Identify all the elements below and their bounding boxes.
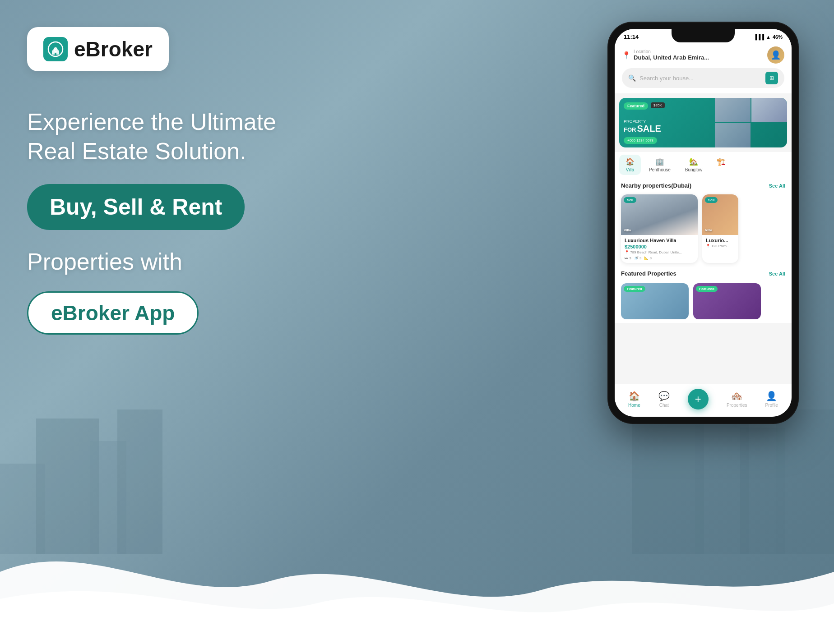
chat-nav-label: Chat: [659, 403, 669, 408]
location-pin-icon: 📍: [622, 51, 631, 60]
property-card-2-image: Sell Villa: [702, 194, 738, 235]
banner-call[interactable]: +000 1234 5678: [624, 137, 657, 144]
wifi-icon: ▲: [766, 34, 771, 40]
home-nav-label: Home: [628, 403, 640, 408]
property-type-more[interactable]: 🏗️: [710, 155, 732, 175]
search-bar[interactable]: 🔍 Search your house... ⊞: [622, 68, 784, 88]
status-icons: ▐▐▐ ▲ 46%: [754, 34, 783, 40]
penthouse-label: Penthouse: [649, 167, 671, 172]
property-address-2: 📍 123 Palm...: [706, 244, 735, 248]
phone-frame: 11:14 ▐▐▐ ▲ 46% 📍 Location Dubai, United…: [608, 23, 798, 423]
user-avatar[interactable]: 👤: [767, 46, 784, 64]
nav-add-button[interactable]: +: [688, 389, 709, 409]
nav-chat[interactable]: 💬 Chat: [658, 391, 670, 408]
banner-img-1: [715, 98, 751, 122]
banner-featured-badge: Featured: [624, 102, 648, 110]
banner-for-label: FOR: [624, 126, 636, 133]
penthouse-icon: 🏢: [655, 157, 664, 166]
property-card-2-body: Luxurio... 📍 123 Palm...: [702, 235, 738, 253]
nav-properties[interactable]: 🏘️ Properties: [727, 391, 747, 408]
banner-sale-label: SALE: [637, 124, 661, 134]
featured-title: Featured Properties: [621, 270, 676, 277]
phone-mockup: 11:14 ▐▐▐ ▲ 46% 📍 Location Dubai, United…: [608, 23, 798, 423]
prop-type-label-1: Villa: [624, 228, 631, 232]
property-card-1-body: Luxurious Haven Villa $2500000 📍 789 Bea…: [621, 235, 698, 263]
property-card-1-image: Sell Villa: [621, 194, 698, 235]
buy-sell-rent-button[interactable]: Buy, Sell & Rent: [27, 184, 245, 230]
search-icon: 🔍: [628, 74, 636, 82]
featured-badge-1: Featured: [624, 286, 645, 292]
property-type-penthouse[interactable]: 🏢 Penthouse: [643, 155, 677, 175]
bunglow-label: Bunglow: [685, 167, 702, 172]
ebroker-app-label: eBroker App: [51, 301, 175, 325]
properties-with-text: Properties with: [27, 248, 316, 275]
nearby-see-all[interactable]: See All: [769, 183, 785, 189]
prop-type-label-2: Villa: [705, 228, 712, 232]
location-row: 📍 Location Dubai, United Arab Emira... 👤: [622, 46, 784, 64]
signal-icon: ▐▐▐: [754, 34, 764, 40]
sell-badge-2: Sell: [705, 197, 718, 203]
property-type-bunglow[interactable]: 🏡 Bunglow: [679, 155, 709, 175]
logo-text: eBroker: [74, 37, 153, 61]
location-value: Dubai, United Arab Emira...: [634, 54, 709, 61]
chat-nav-icon: 💬: [658, 391, 670, 401]
nav-profile[interactable]: 👤 Profile: [765, 391, 778, 408]
battery-icon: 46%: [773, 34, 783, 40]
search-placeholder: Search your house...: [639, 75, 762, 82]
tagline-text: Experience the Ultimate Real Estate Solu…: [27, 107, 316, 166]
nearby-title: Nearby properties(Dubai): [621, 182, 691, 189]
phone-screen: 11:14 ▐▐▐ ▲ 46% 📍 Location Dubai, United…: [615, 29, 792, 417]
featured-section-header: Featured Properties See All: [621, 270, 785, 280]
wave-decoration: [0, 500, 834, 644]
logo-icon: e: [43, 37, 68, 61]
app-header: 📍 Location Dubai, United Arab Emira... 👤…: [615, 43, 792, 93]
buy-sell-rent-label: Buy, Sell & Rent: [50, 194, 222, 220]
properties-nav-icon: 🏘️: [731, 391, 742, 401]
status-time: 11:14: [624, 33, 639, 40]
filter-icon[interactable]: ⊞: [765, 72, 778, 84]
nearby-section-header: Nearby properties(Dubai) See All: [615, 178, 792, 192]
featured-see-all[interactable]: See All: [769, 271, 785, 276]
add-icon: +: [695, 393, 701, 405]
logo-container: e eBroker: [27, 27, 169, 71]
location-left: 📍 Location Dubai, United Arab Emira...: [622, 49, 709, 61]
banner: Featured $35K PROPERTY FOR SALE +000 123…: [619, 98, 787, 147]
banner-images: [715, 98, 787, 147]
more-icon: 🏗️: [717, 157, 726, 166]
phone-notch: [672, 29, 735, 42]
profile-nav-icon: 👤: [766, 391, 777, 401]
property-name-1: Luxurious Haven Villa: [625, 238, 694, 243]
nav-home[interactable]: 🏠 Home: [628, 391, 640, 408]
banner-price-badge: $35K: [651, 102, 665, 108]
property-price-1: $2500000: [625, 244, 694, 249]
villa-icon: 🏠: [626, 157, 635, 166]
property-type-villa[interactable]: 🏠 Villa: [619, 155, 641, 175]
banner-img-3: [715, 123, 751, 147]
property-amenities-1: 🛏 3🚿 3📐 3: [625, 256, 694, 260]
property-name-2: Luxurio...: [706, 238, 735, 243]
properties-nav-label: Properties: [727, 403, 747, 408]
property-types-row: 🏠 Villa 🏢 Penthouse 🏡 Bunglow 🏗️: [615, 152, 792, 178]
bunglow-icon: 🏡: [689, 157, 698, 166]
property-card-1[interactable]: Sell Villa Luxurious Haven Villa $250000…: [621, 194, 698, 263]
nearby-scroll: Sell Villa Luxurious Haven Villa $250000…: [615, 192, 792, 267]
property-card-2[interactable]: Sell Villa Luxurio... 📍 123 Palm...: [702, 194, 738, 263]
featured-badge-2: Featured: [696, 286, 718, 292]
banner-title: PROPERTY FOR SALE: [624, 119, 661, 134]
left-content-area: e eBroker Experience the Ultimate Real E…: [27, 27, 316, 335]
featured-scroll: Featured Featured: [621, 283, 785, 319]
location-label: Location: [634, 49, 709, 54]
home-nav-icon: 🏠: [629, 391, 640, 401]
sell-badge-1: Sell: [624, 197, 636, 203]
featured-card-1[interactable]: Featured: [621, 283, 689, 319]
location-info: Location Dubai, United Arab Emira...: [634, 49, 709, 61]
property-address-1: 📍 789 Beach Road, Dubai, Unite...: [625, 250, 694, 254]
villa-label: Villa: [626, 167, 635, 172]
ebroker-app-button[interactable]: eBroker App: [27, 291, 199, 335]
featured-card-2[interactable]: Featured: [693, 283, 761, 319]
banner-img-2: [751, 98, 787, 122]
banner-property-label: PROPERTY: [624, 119, 661, 124]
profile-nav-label: Profile: [765, 403, 778, 408]
bottom-nav: 🏠 Home 💬 Chat + 🏘️ Properties 👤 Profile: [615, 384, 792, 417]
featured-section: Featured Properties See All Featured Fea…: [615, 267, 792, 323]
